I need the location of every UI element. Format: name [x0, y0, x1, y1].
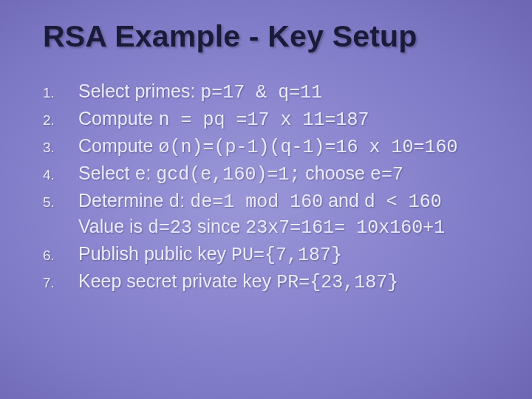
step-text: Keep secret private key	[78, 270, 276, 291]
list-item: Compute ø(n)=(p-1)(q-1)=16 x 10=160	[43, 134, 502, 160]
step-code: PR={23,187}	[276, 272, 398, 293]
list-item: Determine d: de=1 mod 160 and d < 160 Va…	[43, 188, 502, 240]
step-text: Select primes:	[78, 81, 200, 101]
step-code: d=23	[148, 217, 192, 239]
step-code: gcd(e,160)=1;	[156, 164, 300, 185]
steps-list: Select primes: p=17 & q=11 Compute n = p…	[43, 79, 502, 295]
step-code: n = pq =17 x 11=187	[158, 109, 369, 131]
step-text: and	[323, 190, 364, 211]
step-text: Publish public key	[78, 243, 231, 264]
step-text: :	[146, 163, 156, 183]
step-text: Select	[78, 163, 134, 183]
list-item: Compute n = pq =17 x 11=187	[43, 106, 502, 132]
slide: RSA Example - Key Setup Select primes: p…	[0, 0, 532, 399]
step-code: d < 160	[364, 191, 442, 213]
step-code: PU={7,187}	[231, 245, 342, 266]
step-text: choose	[300, 163, 370, 183]
step-text: Value is	[78, 216, 148, 236]
step-code: 23x7=161= 10x160+1	[245, 217, 445, 239]
step-text: Compute	[78, 108, 158, 129]
step-text: Determine	[78, 190, 168, 211]
list-item: Select primes: p=17 & q=11	[43, 79, 502, 105]
step-code: de=1 mod 160	[190, 191, 323, 213]
list-item: Keep secret private key PR={23,187}	[43, 269, 502, 295]
step-text: :	[180, 190, 190, 211]
step-code: e=7	[370, 164, 403, 185]
page-title: RSA Example - Key Setup	[43, 19, 502, 54]
step-continuation: Value is d=23 since 23x7=161= 10x160+1	[78, 214, 502, 240]
step-code: p=17 & q=11	[200, 82, 322, 103]
step-text: since	[192, 216, 245, 236]
list-item: Publish public key PU={7,187}	[43, 242, 502, 267]
list-item: Select e: gcd(e,160)=1; choose e=7	[43, 161, 502, 187]
step-code: d	[168, 191, 180, 213]
step-code: ø(n)=(p-1)(q-1)=16 x 10=160	[158, 137, 457, 158]
step-code: e	[134, 164, 146, 185]
step-text: Compute	[78, 135, 158, 156]
